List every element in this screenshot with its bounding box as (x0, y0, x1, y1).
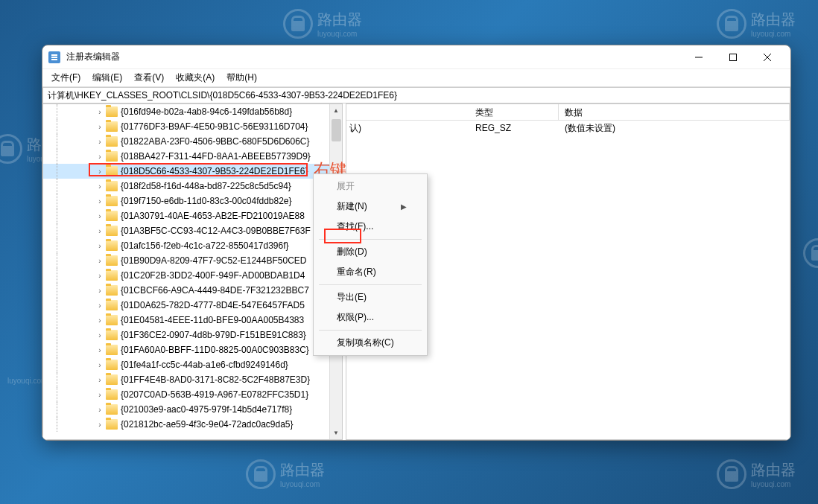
menu-favorites[interactable]: 收藏夹(A) (170, 68, 221, 87)
tree-item-label: {018BA427-F311-44FD-8AA1-ABEEB57739D9} (121, 151, 311, 162)
expand-icon[interactable]: › (94, 227, 106, 235)
minimize-button[interactable] (682, 45, 716, 69)
expand-icon[interactable]: › (94, 168, 106, 176)
menu-edit[interactable]: 编辑(E) (86, 68, 128, 87)
menu-file[interactable]: 文件(F) (45, 68, 86, 87)
expand-icon[interactable]: › (94, 212, 106, 220)
tree-item[interactable]: › {01A30791-40AE-4653-AB2E-FD210019AE88 (43, 208, 342, 223)
tree-item[interactable]: › {0207C0AD-563B-4919-A967-E0782FFC35D1} (43, 387, 342, 402)
svg-rect-1 (730, 54, 737, 60)
ctx-permissions[interactable]: 权限(P)... (316, 307, 425, 328)
folder-icon (106, 360, 118, 370)
ctx-find[interactable]: 查找(F)... (316, 217, 425, 237)
expand-icon[interactable]: › (94, 242, 106, 250)
expand-icon[interactable]: › (94, 272, 106, 280)
scrollbar-thumb[interactable] (332, 119, 341, 141)
scroll-down-button[interactable]: ▼ (330, 427, 342, 439)
tree-item-label: {01776DF3-B9AF-4E50-9B1C-56E93116D704} (121, 121, 308, 132)
value-name-partial: 认) (349, 122, 361, 135)
expand-icon[interactable]: › (94, 287, 106, 295)
tree-item[interactable]: › {019f7150-e6db-11d0-83c3-00c04fddb82e} (43, 194, 342, 208)
folder-icon (106, 404, 118, 415)
tree-item[interactable]: › {01822ABA-23F0-4506-9BBC-680F5D6D606C} (43, 134, 342, 149)
tree-item-label: {01A3BF5C-CC93-4C12-A4C3-09B0BBE7F63F (121, 226, 311, 236)
tree-item[interactable]: › {018D5C66-4533-4307-9B53-224DE2ED1FE6} (43, 164, 342, 179)
folder-icon (106, 240, 118, 251)
tree-item-label: {01D0A625-782D-4777-8D4E-547E6457FAD5 (121, 300, 305, 310)
expand-icon[interactable]: › (94, 346, 106, 354)
close-button[interactable] (750, 45, 784, 69)
folder-icon (106, 315, 118, 325)
tree-item[interactable]: › {018f2d58-f16d-448a-bd87-225c8c5d5c94} (43, 179, 342, 194)
ctx-export[interactable]: 导出(E) (316, 287, 425, 307)
tree-item-label: {01A30791-40AE-4653-AB2E-FD210019AE88 (121, 211, 305, 221)
tree-item-label: {01afc156-f2eb-4c1c-a722-8550417d396f} (121, 240, 289, 251)
column-header-type[interactable]: 类型 (469, 104, 559, 120)
tree-item[interactable]: › {01CBCF66-A9CA-4449-84DE-7F321232BBC7 (43, 283, 342, 298)
ctx-copy-key-name[interactable]: 复制项名称(C) (316, 333, 425, 353)
tree-item[interactable]: › {01B90D9A-8209-47F7-9C52-E1244BF50CED (43, 253, 342, 268)
expand-icon[interactable]: › (94, 153, 106, 161)
menu-help[interactable]: 帮助(H) (221, 68, 263, 87)
ctx-expand: 展开 (316, 176, 425, 197)
expand-icon[interactable]: › (94, 197, 106, 205)
app-icon (48, 51, 60, 63)
tree-item-label: {01B90D9A-8209-47F7-9C52-E1244BF50CED (121, 255, 307, 266)
tree-item[interactable]: › {01C20F2B-3DD2-400F-949F-AD00BDAB1D4 (43, 268, 342, 283)
expand-icon[interactable]: › (94, 302, 106, 310)
ctx-separator (319, 284, 422, 285)
value-data: (数值未设置) (559, 122, 790, 135)
registry-tree-panel[interactable]: › {016fd94e-b02a-4ab8-94c6-149fdab56b8d}… (42, 103, 343, 440)
tree-item[interactable]: › {018BA427-F311-44FD-8AA1-ABEEB57739D9} (43, 149, 342, 164)
tree-item[interactable]: › {01FF4E4B-8AD0-3171-8C82-5C2F48B87E3D} (43, 372, 342, 387)
expand-icon[interactable]: › (94, 331, 106, 339)
titlebar[interactable]: 注册表编辑器 (42, 45, 790, 69)
tree-item[interactable]: › {01F36CE2-0907-4d8b-979D-F151BE91C883} (43, 328, 342, 342)
expand-icon[interactable]: › (94, 316, 106, 325)
ctx-rename[interactable]: 重命名(R) (316, 262, 425, 282)
tree-item-label: {01F36CE2-0907-4d8b-979D-F151BE91C883} (121, 330, 306, 340)
expand-icon[interactable]: › (94, 138, 106, 146)
expand-icon[interactable]: › (94, 376, 106, 384)
expand-icon[interactable]: › (94, 361, 106, 369)
tree-item[interactable]: › {01afc156-f2eb-4c1c-a722-8550417d396f} (43, 238, 342, 253)
expand-icon[interactable]: › (94, 391, 106, 399)
expand-icon[interactable]: › (94, 123, 106, 131)
expand-icon[interactable]: › (94, 257, 106, 265)
tree-item[interactable]: › {01FA60A0-BBFF-11D0-8825-00A0C903B83C} (43, 342, 342, 357)
registry-value-row[interactable]: 认) REG_SZ (数值未设置) (346, 121, 790, 135)
folder-icon (106, 226, 118, 236)
tree-item-label: {01fe4a1f-cc5c-44ab-a1e6-cfbd9249146d} (121, 360, 288, 370)
tree-item-label: {01FF4E4B-8AD0-3171-8C82-5C2F48B87E3D} (121, 374, 310, 385)
folder-icon (106, 300, 118, 310)
tree-item-label: {01822ABA-23F0-4506-9BBC-680F5D6D606C} (121, 136, 310, 147)
expand-icon[interactable]: › (94, 182, 106, 191)
submenu-arrow-icon: ▶ (401, 202, 407, 211)
expand-icon[interactable]: › (94, 406, 106, 414)
column-header-data[interactable]: 数据 (559, 104, 790, 120)
tree-item[interactable]: › {01776DF3-B9AF-4E50-9B1C-56E93116D704} (43, 119, 342, 134)
expand-icon[interactable]: › (94, 108, 106, 116)
tree-item[interactable]: › {021003e9-aac0-4975-979f-14b5d4e717f8} (43, 402, 342, 417)
tree-item-label: {018f2d58-f16d-448a-bd87-225c8c5d5c94} (121, 181, 291, 191)
address-bar[interactable]: 计算机\HKEY_CLASSES_ROOT\CLSID\{018D5C66-45… (42, 87, 790, 103)
tree-item[interactable]: › {021812bc-ae59-4f3c-9e04-72adc0ac9da5} (43, 417, 342, 432)
ctx-delete[interactable]: 删除(D) (316, 242, 425, 262)
ctx-new[interactable]: 新建(N) ▶ (316, 197, 425, 217)
tree-item[interactable]: › {01D0A625-782D-4777-8D4E-547E6457FAD5 (43, 298, 342, 313)
maximize-button[interactable] (716, 45, 750, 69)
folder-icon (106, 196, 118, 206)
expand-icon[interactable]: › (94, 421, 106, 429)
folder-icon (106, 270, 118, 281)
tree-item[interactable]: › {01A3BF5C-CC93-4C12-A4C3-09B0BBE7F63F (43, 223, 342, 238)
folder-icon (106, 389, 118, 400)
menu-view[interactable]: 查看(V) (128, 68, 170, 87)
scroll-up-button[interactable]: ▲ (330, 104, 342, 117)
folder-icon (106, 374, 118, 385)
tree-item-label: {018D5C66-4533-4307-9B53-224DE2ED1FE6} (121, 166, 308, 176)
tree-item-label: {01E04581-4EEE-11d0-BFE9-00AA005B4383 (121, 315, 304, 325)
tree-item[interactable]: › {016fd94e-b02a-4ab8-94c6-149fdab56b8d} (43, 104, 342, 119)
tree-item[interactable]: › {01fe4a1f-cc5c-44ab-a1e6-cfbd9249146d} (43, 357, 342, 372)
folder-icon (106, 211, 118, 221)
tree-item[interactable]: › {01E04581-4EEE-11d0-BFE9-00AA005B4383 (43, 313, 342, 328)
